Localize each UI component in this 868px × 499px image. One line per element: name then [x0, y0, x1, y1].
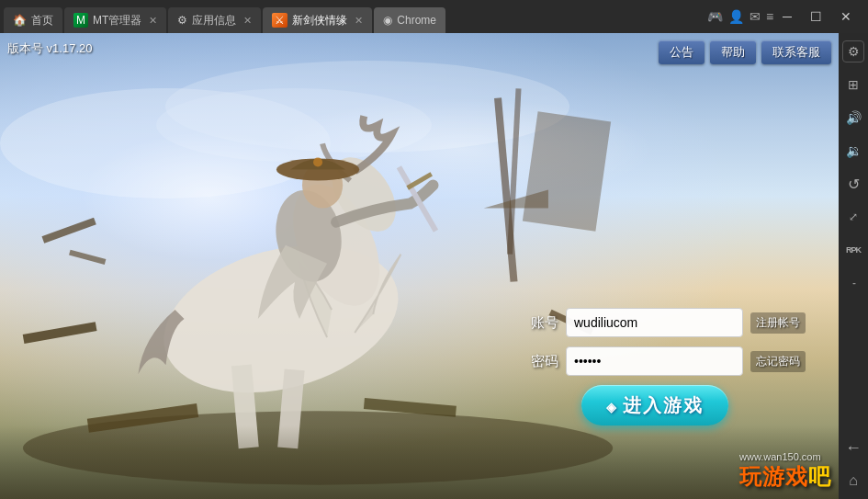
- watermark-logo-part2: 吧: [808, 464, 831, 489]
- tab-game-close[interactable]: ✕: [355, 15, 363, 27]
- ground-overlay: [0, 425, 839, 499]
- settings-icon[interactable]: ⚙: [842, 40, 864, 62]
- profile-icon[interactable]: 👤: [728, 9, 744, 24]
- enter-game-button[interactable]: 进入游戏: [581, 385, 728, 425]
- tab-appinfo[interactable]: ⚙ 应用信息 ✕: [168, 7, 261, 33]
- chrome-icon: ◉: [383, 14, 392, 27]
- tab-area: 🏠 首页 M MT管理器 ✕ ⚙ 应用信息 ✕ ⚔ 新剑侠情缘 ✕ ◉ Chro…: [0, 0, 707, 33]
- rpk-icon[interactable]: RPK: [842, 239, 864, 261]
- close-button[interactable]: ✕: [835, 7, 857, 26]
- svg-rect-4: [507, 88, 521, 255]
- top-buttons: 公告 帮助 联系客服: [659, 40, 831, 64]
- tab-appinfo-label: 应用信息: [192, 13, 236, 28]
- mail-icon[interactable]: ✉: [750, 9, 761, 24]
- tab-mt-close[interactable]: ✕: [149, 15, 157, 27]
- window-controls: ─ ☐ ✕: [777, 7, 868, 26]
- tab-home-label: 首页: [31, 13, 53, 28]
- resize-icon[interactable]: ⤢: [842, 206, 864, 228]
- minimize-button[interactable]: ─: [777, 7, 797, 26]
- svg-rect-7: [41, 218, 96, 244]
- watermark-logo: 玩游戏吧: [739, 462, 831, 492]
- tab-game-label: 新剑侠情缘: [292, 13, 347, 28]
- home2-icon[interactable]: ⌂: [842, 470, 864, 492]
- svg-rect-9: [23, 322, 97, 344]
- tab-mt[interactable]: M MT管理器 ✕: [64, 7, 166, 33]
- titlebar: 🏠 首页 M MT管理器 ✕ ⚙ 应用信息 ✕ ⚔ 新剑侠情缘 ✕ ◉ Chro…: [0, 0, 868, 33]
- watermark: www.wan150.com 玩游戏吧: [739, 451, 831, 492]
- volume-down-icon[interactable]: 🔉: [842, 140, 864, 162]
- home-icon: 🏠: [13, 14, 27, 27]
- back-icon[interactable]: ←: [842, 437, 864, 459]
- volume-up-icon[interactable]: 🔊: [842, 107, 864, 129]
- more-icon[interactable]: ···: [842, 272, 864, 294]
- game-topbar: 版本号 v1.17.20 公告 帮助 联系客服: [7, 40, 831, 64]
- watermark-url: www.wan150.com: [739, 451, 831, 462]
- password-row: 密码 忘记密码: [526, 346, 783, 376]
- password-label: 密码: [526, 353, 558, 370]
- svg-point-22: [313, 157, 322, 166]
- register-link[interactable]: 注册帐号: [750, 312, 806, 334]
- version-label: 版本号 v1.17.20: [7, 40, 93, 57]
- rotate-icon[interactable]: ↺: [842, 173, 864, 195]
- tab-chrome[interactable]: ◉ Chrome: [374, 7, 445, 33]
- main-content: 版本号 v1.17.20 公告 帮助 联系客服 账号 注册帐号 密码 忘记密码 …: [0, 33, 839, 499]
- account-label: 账号: [526, 314, 558, 332]
- tab-game[interactable]: ⚔ 新剑侠情缘 ✕: [263, 7, 372, 33]
- grid-icon[interactable]: ⊞: [842, 74, 864, 96]
- account-input[interactable]: [566, 308, 743, 337]
- game-icon: ⚔: [272, 13, 287, 28]
- watermark-logo-part1: 玩游戏: [739, 464, 808, 489]
- login-panel: 账号 注册帐号 密码 忘记密码 进入游戏: [526, 308, 783, 425]
- svg-rect-6: [523, 111, 611, 231]
- tab-mt-label: MT管理器: [93, 13, 141, 28]
- gamepad-icon[interactable]: 🎮: [707, 9, 723, 24]
- menu-icon[interactable]: ≡: [766, 9, 773, 24]
- tab-home[interactable]: 🏠 首页: [4, 7, 62, 33]
- account-row: 账号 注册帐号: [526, 308, 783, 337]
- appinfo-icon: ⚙: [177, 14, 187, 27]
- game-background: 版本号 v1.17.20 公告 帮助 联系客服 账号 注册帐号 密码 忘记密码 …: [0, 33, 839, 499]
- tab-appinfo-close[interactable]: ✕: [243, 15, 252, 27]
- forgot-link[interactable]: 忘记密码: [750, 351, 806, 372]
- maximize-button[interactable]: ☐: [805, 7, 828, 26]
- right-sidebar: ⚙ ⊞ 🔊 🔉 ↺ ⤢ RPK ··· ← ⌂: [839, 33, 868, 499]
- contact-button[interactable]: 联系客服: [761, 40, 831, 64]
- announcement-button[interactable]: 公告: [659, 40, 705, 64]
- password-input[interactable]: [566, 346, 743, 376]
- help-button[interactable]: 帮助: [710, 40, 756, 64]
- mt-icon: M: [73, 13, 88, 28]
- svg-rect-8: [69, 250, 106, 265]
- tab-chrome-label: Chrome: [397, 14, 436, 27]
